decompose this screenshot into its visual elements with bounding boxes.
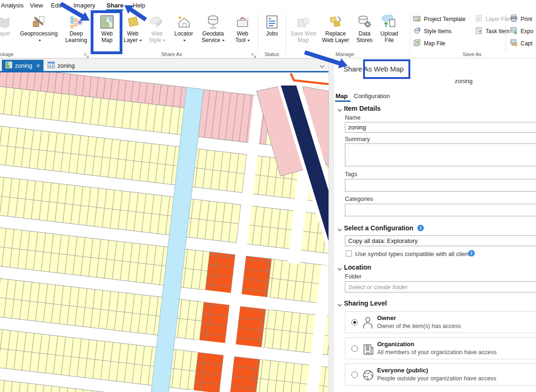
group-label-status: Status [264, 51, 279, 57]
summary-label: Summary [345, 136, 370, 143]
export-icon [510, 27, 518, 36]
name-input[interactable] [345, 122, 536, 133]
style-items-icon [413, 27, 421, 36]
layer-button[interactable]: Layer [0, 13, 14, 53]
jobs-button[interactable]: Jobs [261, 13, 283, 53]
print-button[interactable]: Print [510, 14, 532, 24]
info-icon[interactable]: i [417, 225, 424, 231]
geoprocessing-button[interactable]: Geoprocessing [17, 13, 61, 53]
capture-icon [510, 39, 518, 48]
menu-imagery[interactable]: Imagery [73, 2, 95, 9]
sharing-option-organization[interactable]: Organization All members of your organiz… [345, 337, 536, 359]
task-item-icon [475, 27, 483, 36]
data-stores-icon [357, 13, 372, 29]
menu-edit[interactable]: Edit [51, 2, 61, 9]
map-file-button[interactable]: Map File [413, 39, 445, 48]
web-style-icon [150, 13, 164, 29]
export-button[interactable]: Expo [510, 27, 533, 36]
section-sharing-level[interactable]: Sharing Level [344, 299, 387, 307]
tags-label: Tags [345, 171, 357, 178]
save-web-map-icon [296, 13, 311, 29]
style-items-button[interactable]: Style Items [413, 27, 451, 36]
layer-file-button[interactable]: Layer File [475, 14, 510, 24]
ribbon: Layer Geoprocessing [0, 12, 536, 58]
menu-analysis[interactable]: Analysis [1, 2, 23, 9]
web-layer-button[interactable]: Web Layer [121, 13, 144, 53]
geodata-service-button[interactable]: Geodata Service [198, 13, 228, 53]
menu-view[interactable]: View [30, 2, 43, 9]
map-view[interactable] [0, 72, 329, 392]
web-layer-icon [125, 13, 140, 29]
locator-button[interactable]: Locator [170, 13, 197, 53]
capture-button[interactable]: Capt [510, 39, 532, 48]
locator-icon [176, 13, 191, 29]
symbol-types-checkbox[interactable] [346, 250, 352, 257]
option-label: Owner [377, 314, 396, 321]
layer-file-icon [475, 14, 483, 24]
layer-icon [0, 13, 10, 29]
option-label: Everyone (public) [377, 367, 428, 374]
configuration-dropdown[interactable]: Copy all data: Exploratory [345, 235, 536, 246]
symbol-types-checkbox-label: Use symbol types compatible with all cli… [355, 250, 473, 257]
collapse-chevron-icon[interactable] [337, 226, 342, 233]
chevron-down-icon [222, 40, 225, 42]
chevron-down-icon [163, 40, 165, 42]
map-view-tab[interactable]: zoning × [2, 60, 43, 71]
project-template-icon [413, 14, 421, 24]
radio-button[interactable] [351, 371, 358, 378]
menu-help[interactable]: Help [133, 2, 145, 9]
tags-input[interactable] [345, 179, 536, 192]
collapse-chevron-icon[interactable] [337, 265, 342, 272]
panel-subtitle: zoning [455, 78, 472, 85]
sharing-option-owner[interactable]: Owner Owner of the item(s) has access [345, 311, 536, 333]
radio-button[interactable] [351, 345, 358, 352]
option-desc: Owner of the item(s) has access [377, 323, 461, 329]
tab-configuration[interactable]: Configuration [354, 93, 390, 100]
radio-button[interactable] [351, 319, 358, 326]
option-label: Organization [377, 341, 414, 348]
project-template-button[interactable]: Project Template [413, 14, 465, 24]
menu-bar: Analysis View Edit Imagery Share Help [0, 0, 536, 12]
option-desc: People outside your organization have ac… [377, 375, 496, 382]
section-item-details[interactable]: Item Details [344, 105, 381, 112]
web-tool-icon [235, 13, 250, 29]
share-as-web-map-panel: Share As Web Map zoning Map Configuratio… [334, 58, 536, 392]
group-label-package: ckage [0, 51, 14, 57]
section-select-configuration[interactable]: Select a Configuration [344, 224, 414, 232]
close-icon[interactable]: × [36, 62, 40, 69]
info-icon[interactable]: i [468, 250, 475, 257]
panel-title: Share As Web Map [343, 65, 404, 73]
collapse-chevron-icon[interactable] [337, 107, 342, 114]
tab-list-chevron-icon[interactable] [320, 62, 325, 71]
summary-input[interactable] [345, 143, 536, 166]
organization-icon [362, 343, 374, 356]
folder-input[interactable] [345, 281, 536, 292]
tab-map[interactable]: Map [336, 93, 348, 100]
group-label-share-as: Share As [161, 51, 182, 57]
upload-file-button[interactable]: Upload File [378, 13, 401, 53]
group-divider [91, 13, 92, 52]
web-tool-button[interactable]: Web Tool [230, 13, 255, 53]
collapse-chevron-icon[interactable] [337, 301, 342, 308]
categories-label: Categories [345, 196, 373, 202]
save-web-map-button[interactable]: Save Web Map [289, 13, 318, 53]
deep-learning-button[interactable]: Deep Learning [62, 13, 91, 53]
data-stores-button[interactable]: Data Stores [353, 13, 376, 53]
share-as-dialog-launcher-icon[interactable] [251, 52, 257, 57]
view-tab-bar: zoning × zoning [0, 58, 329, 71]
table-view-tab[interactable]: zoning [44, 60, 79, 71]
categories-input[interactable] [345, 204, 536, 216]
package-dialog-launcher-icon[interactable] [84, 52, 90, 57]
menu-share[interactable]: Share [107, 2, 123, 9]
task-item-button[interactable]: Task Item [475, 27, 509, 36]
section-location[interactable]: Location [344, 264, 371, 271]
sharing-option-everyone[interactable]: Everyone (public) People outside your or… [345, 363, 536, 385]
group-label-manage: Manage [336, 51, 354, 57]
group-divider [286, 13, 286, 52]
zoning-map [0, 72, 329, 392]
web-style-button[interactable]: Web Style [145, 13, 169, 53]
web-map-button[interactable]: Web Map [93, 13, 121, 53]
option-desc: All members of your organization have ac… [377, 349, 497, 356]
group-divider [258, 13, 258, 52]
replace-web-layer-button[interactable]: Replace Web Layer [320, 13, 351, 53]
